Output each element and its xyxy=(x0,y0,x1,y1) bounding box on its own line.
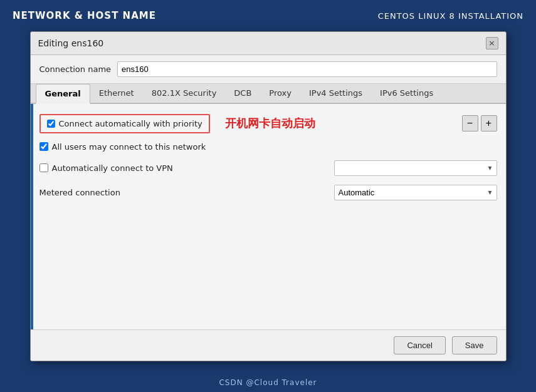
dialog-footer: Cancel Save xyxy=(31,329,506,361)
connect-auto-checkbox[interactable] xyxy=(47,120,55,128)
tab-general[interactable]: General xyxy=(36,84,90,104)
connection-name-input[interactable] xyxy=(117,61,497,77)
tab-content-general: Connect automatically with priority 开机网卡… xyxy=(31,104,506,329)
auto-vpn-checkbox-wrapper: Automatically connect to VPN xyxy=(39,163,173,173)
metered-row: Metered connection Automatic Yes No xyxy=(39,185,497,200)
tab-ethernet[interactable]: Ethernet xyxy=(90,84,143,104)
metered-dropdown[interactable]: Automatic Yes No xyxy=(334,185,497,200)
connect-auto-checkbox-group: Connect automatically with priority xyxy=(39,114,210,133)
all-users-row: All users may connect to this network xyxy=(39,142,497,152)
all-users-checkbox-wrapper: All users may connect to this network xyxy=(39,142,206,152)
priority-minus-button[interactable]: − xyxy=(462,115,478,132)
close-button[interactable]: × xyxy=(486,37,498,49)
tabs-row: General Ethernet 802.1X Security DCB Pro… xyxy=(31,84,506,104)
dialog-title: Editing ens160 xyxy=(38,38,104,48)
cancel-button[interactable]: Cancel xyxy=(394,336,445,354)
auto-vpn-label: Automatically connect to VPN xyxy=(52,163,173,173)
auto-vpn-row: Automatically connect to VPN xyxy=(39,160,497,176)
all-users-label: All users may connect to this network xyxy=(52,142,206,152)
dialog-titlebar: Editing ens160 × xyxy=(31,32,506,55)
vpn-dropdown[interactable] xyxy=(334,160,497,176)
priority-annotation: 开机网卡自动启动 xyxy=(225,116,315,131)
tab-ipv6[interactable]: IPv6 Settings xyxy=(371,84,442,104)
tab-proxy[interactable]: Proxy xyxy=(260,84,300,104)
all-users-checkbox[interactable] xyxy=(39,142,48,151)
priority-plus-button[interactable]: + xyxy=(481,115,497,132)
connect-auto-label: Connect automatically with priority xyxy=(59,119,202,128)
dialog-body: Connect automatically with priority 开机网卡… xyxy=(31,104,506,329)
metered-dropdown-wrapper: Automatic Yes No xyxy=(334,185,497,200)
connect-auto-row: Connect automatically with priority 开机网卡… xyxy=(39,114,497,133)
vpn-dropdown-wrapper xyxy=(334,160,497,176)
editing-dialog: Editing ens160 × Connection name General… xyxy=(30,31,507,361)
save-button[interactable]: Save xyxy=(452,336,497,354)
connection-name-row: Connection name xyxy=(31,55,506,84)
tab-8021x[interactable]: 802.1X Security xyxy=(143,84,226,104)
blue-strip xyxy=(31,104,33,329)
auto-vpn-checkbox[interactable] xyxy=(39,163,48,172)
metered-label: Metered connection xyxy=(39,188,120,197)
connection-name-label: Connection name xyxy=(39,64,112,74)
priority-controls: − + xyxy=(462,115,497,132)
tab-dcb[interactable]: DCB xyxy=(225,84,260,104)
tab-ipv4[interactable]: IPv4 Settings xyxy=(300,84,371,104)
